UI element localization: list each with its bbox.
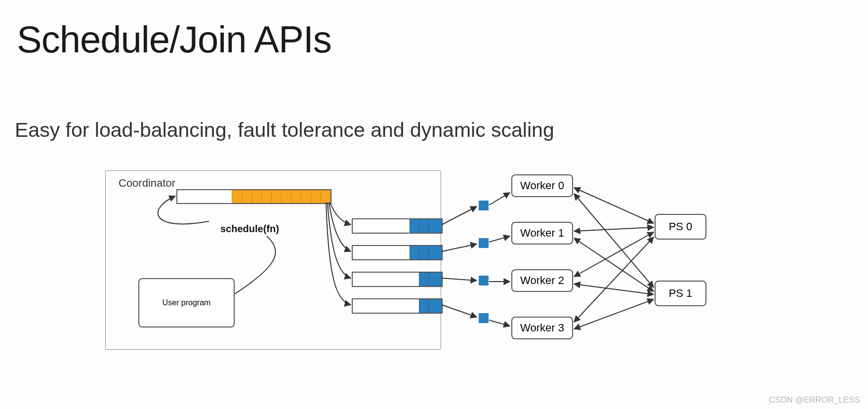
worker-queue-0 (352, 218, 443, 234)
worker-queue-3 (352, 298, 443, 314)
watermark: CSDN @ERROR_LESS (769, 395, 860, 405)
worker-label: Worker 1 (520, 227, 564, 240)
slide-subtitle: Easy for load-balancing, fault tolerance… (15, 119, 554, 142)
worker-2-box: Worker 2 (511, 269, 573, 292)
svg-line-5 (574, 284, 654, 294)
dispatched-task (410, 246, 419, 259)
dispatched-task (419, 246, 428, 259)
dispatched-task (428, 219, 442, 233)
dispatched-task (428, 299, 442, 313)
queue-empty-segment (353, 246, 410, 259)
queued-task (321, 190, 331, 203)
queue-empty-segment (177, 190, 232, 203)
svg-line-6 (574, 237, 654, 322)
dispatched-task (428, 246, 442, 259)
queued-task (261, 190, 271, 203)
worker-label: Worker 3 (520, 322, 564, 334)
worker-label: Worker 0 (520, 179, 564, 192)
dispatched-task (419, 219, 428, 233)
worker-3-box: Worker 3 (511, 317, 573, 339)
in-flight-task (479, 313, 489, 323)
svg-line-3 (574, 238, 654, 291)
queued-task (311, 190, 321, 203)
queued-task (232, 190, 242, 203)
dispatched-task (410, 219, 419, 233)
in-flight-task (479, 201, 489, 210)
queue-empty-segment (353, 273, 419, 286)
schedule-fn-label: schedule(fn) (220, 223, 279, 235)
svg-line-2 (574, 227, 654, 231)
dispatched-task (428, 273, 442, 286)
svg-line-0 (574, 188, 654, 223)
queue-empty-segment (353, 219, 410, 233)
ps-label: PS 0 (669, 220, 693, 233)
main-task-queue (176, 189, 331, 204)
user-program-box: User program (138, 278, 235, 327)
worker-label: Worker 2 (520, 274, 564, 287)
queued-task (251, 190, 261, 203)
user-program-label: User program (163, 298, 211, 307)
dispatched-task (419, 299, 428, 313)
svg-line-7 (574, 299, 654, 329)
in-flight-task (479, 276, 489, 286)
queued-task (271, 190, 281, 203)
worker-queue-1 (352, 245, 443, 260)
worker-0-box: Worker 0 (511, 174, 573, 197)
svg-line-4 (574, 232, 654, 277)
queued-task (281, 190, 291, 203)
worker-1-box: Worker 1 (511, 222, 573, 245)
worker-queue-2 (352, 272, 443, 287)
ps-label: PS 1 (669, 287, 693, 300)
dispatched-task (419, 273, 428, 286)
queued-task (291, 190, 301, 203)
coordinator-label: Coordinator (119, 177, 175, 190)
ps-0-box: PS 0 (655, 214, 706, 240)
queued-task (301, 190, 311, 203)
queued-task (242, 190, 251, 203)
queue-empty-segment (353, 299, 419, 313)
slide-title: Schedule/Join APIs (17, 18, 331, 61)
ps-1-box: PS 1 (655, 281, 706, 306)
svg-line-1 (574, 194, 654, 287)
in-flight-task (479, 238, 489, 248)
